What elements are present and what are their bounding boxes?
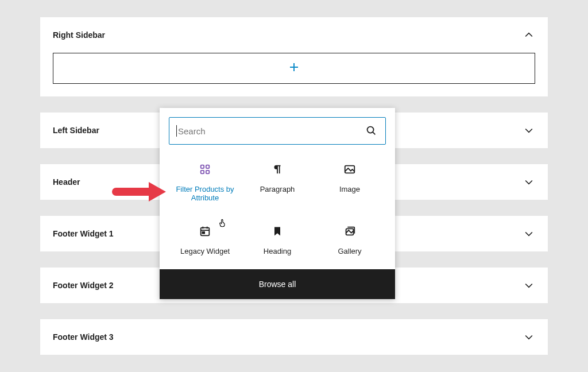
block-label: Gallery — [338, 247, 361, 255]
panel-body — [40, 53, 548, 96]
block-grid: Filter Products by Attribute Paragraph I… — [160, 154, 395, 269]
block-filter-products-by-attribute[interactable]: Filter Products by Attribute — [169, 160, 241, 204]
annotation-arrow — [112, 183, 167, 200]
svg-point-2 — [368, 127, 374, 133]
svg-rect-13 — [202, 232, 204, 234]
panel-header-footer3[interactable]: Footer Widget 3 — [40, 319, 548, 355]
panel-title: Footer Widget 3 — [53, 332, 114, 342]
block-image[interactable]: Image — [314, 160, 386, 204]
svg-rect-4 — [201, 165, 204, 169]
panel-title: Left Sidebar — [53, 126, 99, 135]
block-paragraph[interactable]: Paragraph — [241, 160, 314, 204]
panel-header-right-sidebar[interactable]: Right Sidebar — [40, 17, 548, 53]
svg-rect-7 — [206, 170, 210, 174]
plus-icon — [287, 60, 301, 76]
svg-line-3 — [373, 132, 375, 134]
bookmark-icon — [270, 224, 285, 239]
block-label: Filter Products by Attribute — [169, 185, 241, 202]
text-cursor — [176, 125, 177, 137]
block-label: Legacy Widget — [180, 247, 230, 255]
block-label: Heading — [264, 247, 291, 255]
add-block-button[interactable] — [53, 53, 535, 84]
block-label: Image — [339, 185, 360, 193]
image-icon — [342, 162, 357, 177]
arrow-shaft — [112, 188, 152, 196]
arrow-head-icon — [149, 182, 166, 202]
panel-footer-3: Footer Widget 3 — [40, 319, 548, 355]
chevron-up-icon — [523, 29, 535, 41]
panel-title: Footer Widget 1 — [53, 229, 114, 238]
calendar-icon — [198, 224, 212, 239]
panel-title: Header — [53, 177, 80, 187]
chevron-down-icon — [523, 176, 535, 188]
search-input[interactable] — [178, 126, 365, 136]
panel-title: Footer Widget 2 — [53, 281, 114, 290]
panel-right-sidebar: Right Sidebar — [40, 17, 548, 96]
svg-rect-5 — [206, 165, 210, 169]
block-gallery[interactable]: Gallery — [314, 222, 386, 258]
search-icon — [365, 124, 378, 138]
pilcrow-icon — [270, 162, 285, 177]
gallery-icon — [342, 224, 357, 239]
block-heading[interactable]: Heading — [241, 222, 314, 258]
block-label: Paragraph — [260, 185, 295, 193]
chevron-down-icon — [523, 124, 535, 137]
block-inserter: Filter Products by Attribute Paragraph I… — [160, 108, 395, 299]
panel-title: Right Sidebar — [53, 30, 105, 40]
inserter-search-wrap — [160, 108, 395, 154]
search-box[interactable] — [169, 117, 386, 145]
grid-icon — [198, 162, 212, 177]
chevron-down-icon — [523, 331, 535, 343]
chevron-down-icon — [523, 279, 535, 292]
chevron-down-icon — [523, 227, 535, 240]
browse-all-button[interactable]: Browse all — [160, 269, 395, 299]
svg-rect-6 — [201, 170, 204, 174]
browse-all-label: Browse all — [259, 280, 296, 289]
hand-cursor-icon — [218, 217, 228, 228]
block-legacy-widget[interactable]: Legacy Widget — [169, 222, 241, 258]
